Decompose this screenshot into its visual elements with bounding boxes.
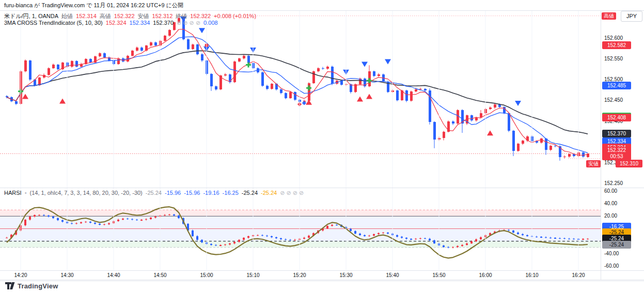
legend-value: -25.24 — [261, 190, 277, 196]
indicator-legend-harsi[interactable]: HARSI•(14, 1, ohlc4, 7, 3, 3, 14, 80, 20… — [4, 190, 304, 196]
price-badge: 152.485 — [602, 82, 631, 89]
time-label: 16:10 — [525, 272, 538, 278]
time-label: 15:10 — [246, 272, 259, 278]
time-label: 16:00 — [479, 272, 492, 278]
price-badge: 152.408 — [602, 114, 631, 121]
legend-value: 152.324 — [106, 20, 127, 26]
legend-value: +0.008 (+0.01%) — [214, 13, 256, 19]
osc-badge: -25.24 — [602, 241, 631, 249]
time-label: 14:40 — [107, 272, 120, 278]
osc-tick: 40.00 — [604, 201, 617, 207]
bar-countdown: 00:53 — [602, 153, 631, 160]
currency-button[interactable]: JPY — [621, 11, 642, 22]
time-label: 14:30 — [60, 272, 73, 278]
time-label: 14:20 — [14, 272, 27, 278]
legend-value: 終値 — [176, 13, 187, 19]
high-line-tag: 高値 — [602, 12, 616, 20]
legend-value: 152.322 — [190, 13, 211, 19]
price-tick: 152.250 — [604, 180, 623, 187]
time-label: 15:50 — [432, 272, 445, 278]
osc-tick: 20.00 — [604, 213, 617, 219]
legend-value: ⊘ ⊘ ⊘ ⊘ — [280, 190, 304, 196]
legend-value: -19.16 — [203, 190, 219, 196]
price-badge: 152.582 — [602, 41, 631, 49]
price-badge: 152.32200:53 — [602, 147, 631, 160]
price-badge: 152.310 — [616, 160, 642, 167]
indicator-legend-3ma[interactable]: 3MA CROSS TrendIndicator (5, 10, 30)152.… — [4, 20, 218, 26]
legend-value: • — [25, 190, 27, 196]
low-line-tag: 安値 — [586, 160, 601, 167]
chart-canvas[interactable] — [0, 0, 644, 292]
time-label: 15:20 — [293, 272, 306, 278]
tradingview-logo[interactable]: TradingView — [5, 282, 58, 290]
osc-tick: 60.00 — [604, 188, 617, 194]
legend-value: ⊘ ⊘ ⊘ ⊘ — [177, 20, 200, 26]
time-label: 15:30 — [339, 272, 352, 278]
symbol-legend[interactable]: 米ドル/円, 1, OANDA始値152.314高値152.322安値152.3… — [4, 12, 256, 20]
time-label: 15:00 — [200, 272, 213, 278]
time-axis[interactable]: 14:2014:3014:4014:5015:0015:1015:2015:30… — [0, 271, 601, 280]
legend-value: -16.25 — [223, 190, 239, 196]
time-label: 14:50 — [153, 272, 166, 278]
legend-value: -25.24 — [146, 190, 162, 196]
legend-value: 152.312 — [152, 13, 173, 19]
legend-value: HARSI — [4, 190, 22, 196]
legend-value: 0.008 — [203, 20, 218, 26]
price-axis[interactable]: 高値 JPY 152.600152.550152.500152.450152.4… — [601, 10, 644, 270]
legend-value: -15.96 — [165, 190, 181, 196]
legend-value: 安値 — [138, 13, 149, 19]
legend-value: 3MA CROSS TrendIndicator (5, 10, 30) — [4, 20, 103, 26]
legend-value: 152.370 — [153, 20, 174, 26]
legend-value: 152.334 — [130, 20, 150, 26]
legend-value: 始値 — [61, 13, 73, 19]
legend-value: -25.24 — [242, 190, 258, 196]
legend-value: -15.96 — [184, 190, 200, 196]
osc-tick: -60.00 — [604, 263, 619, 269]
tradingview-wordmark: TradingView — [18, 282, 58, 290]
legend-value: 152.322 — [114, 13, 135, 19]
price-tick: 152.600 — [604, 35, 623, 41]
price-badge: 152.370 — [602, 130, 631, 137]
osc-tick: -40.00 — [604, 251, 619, 257]
panel-separator — [0, 188, 644, 188]
tradingview-glyph-icon — [5, 282, 15, 290]
legend-value: 152.314 — [76, 13, 97, 19]
time-label: 15:40 — [386, 272, 399, 278]
time-label: 16:20 — [572, 272, 585, 278]
legend-value: 高値 — [100, 13, 111, 19]
price-tick: 152.550 — [604, 56, 623, 62]
legend-value: 米ドル/円, 1, OANDA — [4, 13, 58, 19]
legend-value: (14, 1, ohlc4, 7, 3, 3, 14, 80, 20, 30, … — [29, 190, 142, 196]
price-tick: 152.450 — [604, 97, 623, 103]
